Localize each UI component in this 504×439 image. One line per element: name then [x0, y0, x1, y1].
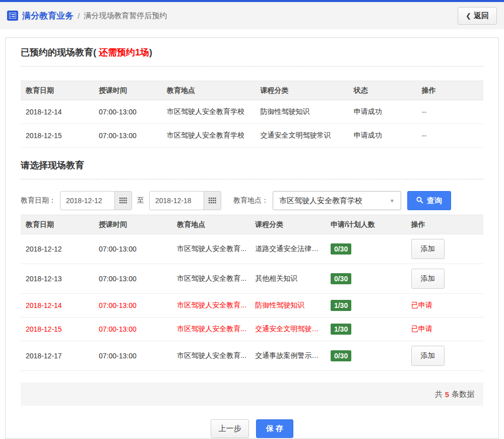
save-button[interactable]: 保 存: [256, 419, 293, 438]
cell-time: 07:00-13:00: [94, 341, 172, 371]
cell-date: 2018-12-17: [21, 341, 94, 371]
schedule-row: 2018-12-17 07:00-13:00 市区驾驶人安全教育... 交通事故…: [21, 341, 483, 371]
table-footer: 共 5 条数据: [21, 383, 483, 406]
cell-op: --: [417, 124, 483, 148]
cell-date: 2018-12-15: [21, 124, 94, 148]
col-course: 课程分类: [255, 81, 348, 100]
cell-course: 防御性驾驶知识: [250, 294, 326, 318]
to-label: 至: [137, 196, 144, 205]
col-op: 操作: [417, 81, 483, 100]
cell-time: 07:00-13:00: [94, 294, 172, 318]
booked-table: 教育日期 授课时间 教育地点 课程分类 状态 操作 2018-12-14 07:…: [21, 81, 483, 148]
cell-course: 其他相关知识: [250, 264, 326, 294]
booked-row: 2018-12-14 07:00-13:00 市区驾驶人安全教育学校 防御性驾驶…: [21, 100, 483, 124]
breadcrumb-separator: /: [78, 12, 80, 20]
schedule-row: 2018-12-12 07:00-13:00 市区驾驶人安全教育... 道路交通…: [21, 234, 483, 264]
booked-title-highlight: 还需预约1场: [99, 47, 149, 57]
cell-course: 道路交通安全法律法规: [250, 234, 326, 264]
date-from-input[interactable]: [60, 192, 114, 210]
cell-place: 市区驾驶人安全教育...: [172, 318, 250, 341]
back-label: 返回: [474, 11, 489, 21]
col-course: 课程分类: [250, 215, 326, 234]
add-button[interactable]: 添加: [411, 269, 445, 289]
breadcrumb-current: 满分现场教育暂停后预约: [84, 11, 167, 21]
count-badge: 0/30: [331, 273, 351, 284]
schedule-table: 教育日期 授课时间 教育地点 课程分类 申请/计划人数 操作 2018-12-1…: [21, 215, 483, 371]
search-button[interactable]: 查询: [407, 191, 451, 210]
count-badge: 1/30: [331, 324, 351, 335]
cell-place: 市区驾驶人安全教育...: [172, 341, 250, 371]
cell-time: 07:00-13:00: [94, 318, 172, 341]
menu-list-icon: [7, 11, 18, 21]
breadcrumb-root[interactable]: 满分教育业务: [22, 10, 74, 22]
col-date: 教育日期: [21, 215, 94, 234]
page: 满分教育业务 / 满分现场教育暂停后预约 ❮ 返回 已预约的现场教育( 还需预约…: [0, 0, 504, 439]
col-date: 教育日期: [21, 81, 94, 100]
chevron-down-icon: ▼: [390, 198, 395, 204]
cell-time: 07:00-13:00: [94, 234, 172, 264]
cell-place: 市区驾驶人安全教育...: [172, 264, 250, 294]
add-button[interactable]: 添加: [411, 346, 445, 366]
calendar-icon[interactable]: [204, 192, 221, 210]
col-op: 操作: [406, 215, 483, 234]
date-to-group: [149, 191, 221, 210]
main-panel: 已预约的现场教育( 还需预约1场) 教育日期 授课时间 教育地点 课程分类 状态…: [5, 37, 499, 439]
add-button[interactable]: 添加: [411, 239, 445, 259]
total-count: 5: [445, 390, 449, 399]
filter-bar: 教育日期： 至: [21, 191, 483, 211]
cell-time: 07:00-13:00: [94, 124, 162, 148]
booked-header-row: 教育日期 授课时间 教育地点 课程分类 状态 操作: [21, 81, 483, 100]
col-count: 申请/计划人数: [326, 215, 406, 234]
count-badge: 1/30: [331, 300, 351, 311]
bottom-actions: 上一步 保 存: [21, 419, 483, 438]
count-badge: 0/30: [331, 350, 351, 361]
cell-status: 申请成功: [349, 124, 417, 148]
cell-date: 2018-12-12: [21, 234, 94, 264]
applied-label: 已申请: [411, 301, 432, 309]
calendar-icon[interactable]: [114, 192, 132, 210]
cell-place: 市区驾驶人安全教育...: [172, 294, 250, 318]
cell-course: 交通安全文明驾驶常识: [250, 318, 326, 341]
cell-course: 交通安全文明驾驶常识: [255, 124, 348, 148]
cell-date: 2018-12-14: [21, 294, 94, 318]
cell-time: 07:00-13:00: [94, 264, 172, 294]
col-status: 状态: [349, 81, 417, 100]
cell-place: 市区驾驶人安全教育学校: [162, 100, 255, 124]
cell-course: 交通事故案例警示教育: [250, 341, 326, 371]
cell-date: 2018-12-15: [21, 318, 94, 341]
cell-course: 防御性驾驶知识: [255, 100, 348, 124]
col-place: 教育地点: [172, 215, 250, 234]
schedule-row: 2018-12-13 07:00-13:00 市区驾驶人安全教育... 其他相关…: [21, 264, 483, 294]
booked-title-text: 已预约的现场教育(: [21, 47, 99, 57]
place-select[interactable]: 市区驾驶人安全教育学校 ▼: [273, 191, 401, 210]
cell-place: 市区驾驶人安全教育学校: [162, 124, 255, 148]
booked-row: 2018-12-15 07:00-13:00 市区驾驶人安全教育学校 交通安全文…: [21, 124, 483, 148]
cell-place: 市区驾驶人安全教育...: [172, 234, 250, 264]
select-section-title: 请选择现场教育: [21, 159, 483, 179]
col-time: 授课时间: [94, 81, 162, 100]
back-button[interactable]: ❮ 返回: [458, 7, 497, 25]
col-time: 授课时间: [94, 215, 172, 234]
booked-section-title: 已预约的现场教育( 还需预约1场): [21, 46, 483, 67]
count-badge: 0/30: [331, 243, 351, 255]
total-suffix: 条数据: [452, 390, 474, 399]
schedule-header-row: 教育日期 授课时间 教育地点 课程分类 申请/计划人数 操作: [21, 215, 483, 234]
date-to-input[interactable]: [150, 192, 204, 210]
booked-title-close: ): [149, 47, 152, 57]
cell-status: 申请成功: [349, 100, 417, 124]
back-arrow-icon: ❮: [466, 12, 471, 20]
date-filter-label: 教育日期：: [21, 196, 56, 205]
schedule-row-applied: 2018-12-15 07:00-13:00 市区驾驶人安全教育... 交通安全…: [21, 318, 483, 341]
place-select-value: 市区驾驶人安全教育学校: [279, 196, 362, 206]
cell-date: 2018-12-13: [21, 264, 94, 294]
schedule-row-applied: 2018-12-14 07:00-13:00 市区驾驶人安全教育... 防御性驾…: [21, 294, 483, 318]
breadcrumb-bar: 满分教育业务 / 满分现场教育暂停后预约 ❮ 返回: [0, 2, 504, 29]
search-label: 查询: [427, 196, 442, 206]
col-place: 教育地点: [162, 81, 255, 100]
cell-date: 2018-12-14: [21, 100, 94, 124]
date-from-group: [60, 191, 132, 210]
previous-step-button[interactable]: 上一步: [211, 419, 249, 438]
applied-label: 已申请: [411, 325, 432, 333]
search-icon: [416, 197, 423, 205]
cell-time: 07:00-13:00: [94, 100, 162, 124]
